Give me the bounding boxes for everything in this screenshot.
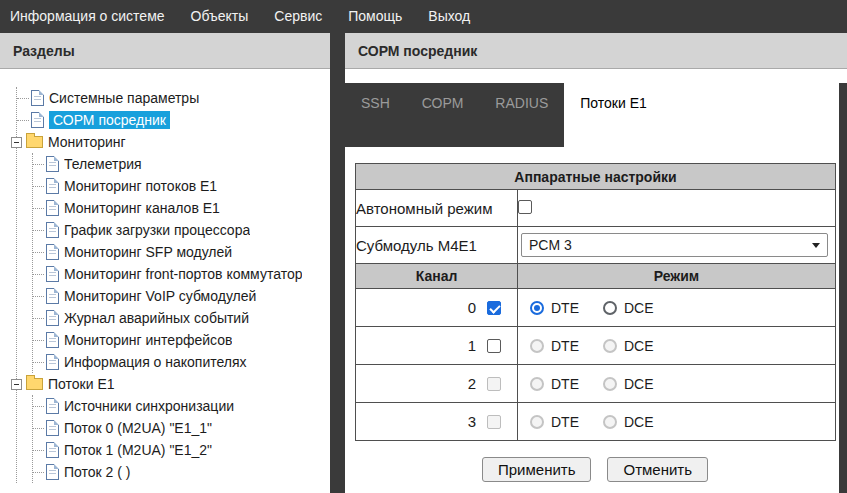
- menu-item-exit[interactable]: Выход: [415, 0, 483, 33]
- tree-item-label: Источники синхронизации: [64, 398, 234, 414]
- menu-item-help[interactable]: Помощь: [335, 0, 415, 33]
- dte-radio: [530, 377, 544, 391]
- tree-item-label: Телеметрия: [64, 156, 142, 172]
- apply-button[interactable]: Применить: [482, 457, 592, 482]
- tree-item[interactable]: СОРМ посредник: [17, 109, 330, 131]
- tree-item[interactable]: Информация о накопителях: [33, 351, 330, 373]
- tree-item-label: Информация о накопителях: [64, 354, 247, 370]
- dce-radio[interactable]: [603, 301, 617, 315]
- tree-item-label: График загрузки процессора: [64, 222, 250, 238]
- tree-item-label: Поток 1 (M2UA) "E1_2": [64, 442, 212, 458]
- channel-number: 2: [468, 375, 476, 392]
- document-icon: [46, 244, 59, 260]
- form-buttons: Применить Отменить: [355, 457, 835, 482]
- navigation-tree: Системные параметрыСОРМ посредникМонитор…: [0, 69, 330, 493]
- tree-item[interactable]: Мониторинг интерфейсов: [33, 329, 330, 351]
- table-title: Аппаратные настройки: [356, 164, 836, 190]
- content-panel: СОРМ посредник SSHСОРМRADIUSПотоки E1 Ап…: [345, 33, 847, 493]
- tree-item-label: Мониторинг SFP модулей: [64, 244, 232, 260]
- sidebar: Разделы Системные параметрыСОРМ посредни…: [0, 33, 330, 493]
- dte-radio: [530, 339, 544, 353]
- menu-item-objects[interactable]: Объекты: [178, 0, 262, 33]
- tree-folder[interactable]: Потоки E1: [17, 373, 330, 395]
- tree-item[interactable]: Поток 2 ( ): [33, 461, 330, 483]
- tree-item[interactable]: Мониторинг потоков E1: [33, 175, 330, 197]
- document-icon: [46, 464, 59, 480]
- sidebar-title: Разделы: [0, 33, 330, 69]
- tree-item[interactable]: Мониторинг SFP модулей: [33, 241, 330, 263]
- channel-column-header: Канал: [356, 264, 518, 289]
- cancel-button[interactable]: Отменить: [607, 457, 708, 482]
- tree-item-label: Системные параметры: [49, 90, 199, 106]
- dce-radio: [603, 415, 617, 429]
- menu-item-system-info[interactable]: Информация о системе: [0, 0, 178, 33]
- tree-item-label: Поток 2 ( ): [64, 464, 131, 480]
- tree-item[interactable]: Поток 0 (M2UA) "E1_1": [33, 417, 330, 439]
- tree-item-label: Мониторинг каналов E1: [64, 200, 220, 216]
- dce-radio: [603, 377, 617, 391]
- channel-number: 0: [468, 299, 476, 316]
- tab-bar: SSHСОРМRADIUSПотоки E1: [345, 83, 663, 147]
- document-icon: [46, 442, 59, 458]
- table-title-row: Аппаратные настройки: [356, 164, 836, 190]
- tree-item-label: Мониторинг front-портов коммутатор: [64, 266, 302, 282]
- dce-radio: [603, 339, 617, 353]
- dce-label: DCE: [624, 376, 654, 392]
- chevron-down-icon: [812, 243, 820, 248]
- tree-item[interactable]: Мониторинг front-портов коммутатор: [33, 263, 330, 285]
- tab-e1-streams[interactable]: Потоки E1: [564, 83, 663, 147]
- tree-item[interactable]: Поток 1 (M2UA) "E1_2": [33, 439, 330, 461]
- channel-row: 0DTEDCE: [356, 289, 836, 327]
- channel-row: 3DTEDCE: [356, 403, 836, 441]
- folder-icon: [26, 136, 43, 148]
- hardware-settings-table: Аппаратные настройки Автономный режим Су…: [355, 163, 836, 441]
- dte-radio: [530, 415, 544, 429]
- submodule-select[interactable]: PCM 3: [521, 233, 828, 257]
- channel-number: 3: [468, 413, 476, 430]
- tree-item-label: Потоки E1: [48, 376, 115, 392]
- document-icon: [31, 90, 44, 106]
- menu-item-service[interactable]: Сервис: [261, 0, 335, 33]
- tab-sorm[interactable]: СОРМ: [406, 83, 480, 147]
- tab-ssh[interactable]: SSH: [345, 83, 406, 147]
- dte-label: DTE: [551, 376, 579, 392]
- vertical-scrollbar[interactable]: [839, 83, 847, 493]
- dce-label: DCE: [624, 300, 654, 316]
- document-icon: [46, 332, 59, 348]
- dte-label: DTE: [551, 414, 579, 430]
- top-menu-bar: Информация о системеОбъектыСервисПомощьВ…: [0, 0, 847, 33]
- tab-radius[interactable]: RADIUS: [479, 83, 564, 147]
- channel-checkbox[interactable]: [487, 339, 501, 353]
- channel-checkbox: [487, 377, 501, 391]
- channel-row: 1DTEDCE: [356, 327, 836, 365]
- tree-item[interactable]: График загрузки процессора: [33, 219, 330, 241]
- channel-checkbox[interactable]: [487, 301, 501, 315]
- tree-item[interactable]: Источники синхронизации: [33, 395, 330, 417]
- page-title: СОРМ посредник: [345, 33, 847, 69]
- autonomous-mode-checkbox[interactable]: [518, 200, 532, 214]
- collapse-icon[interactable]: [11, 137, 22, 148]
- panel-divider: [330, 33, 345, 493]
- mode-column-header: Режим: [518, 264, 836, 289]
- tree-item-label: Мониторинг интерфейсов: [64, 332, 232, 348]
- tree-item[interactable]: Мониторинг каналов E1: [33, 197, 330, 219]
- channel-checkbox: [487, 415, 501, 429]
- dte-radio[interactable]: [530, 301, 544, 315]
- document-icon: [46, 222, 59, 238]
- tree-item-label: Мониторинг VoIP субмодулей: [64, 288, 256, 304]
- tree-item[interactable]: Системные параметры: [17, 87, 330, 109]
- dte-label: DTE: [551, 338, 579, 354]
- document-icon: [46, 398, 59, 414]
- tree-item-label: СОРМ посредник: [49, 111, 170, 129]
- dce-label: DCE: [624, 338, 654, 354]
- tree-item[interactable]: Журнал аварийных событий: [33, 307, 330, 329]
- tree-item[interactable]: Телеметрия: [33, 153, 330, 175]
- channels-header-row: Канал Режим: [356, 264, 836, 289]
- tree-item[interactable]: Мониторинг VoIP субмодулей: [33, 285, 330, 307]
- dce-label: DCE: [624, 414, 654, 430]
- document-icon: [46, 354, 59, 370]
- collapse-icon[interactable]: [11, 379, 22, 390]
- tree-folder[interactable]: Мониторинг: [17, 131, 330, 153]
- main-split: Разделы Системные параметрыСОРМ посредни…: [0, 33, 847, 493]
- document-icon: [46, 156, 59, 172]
